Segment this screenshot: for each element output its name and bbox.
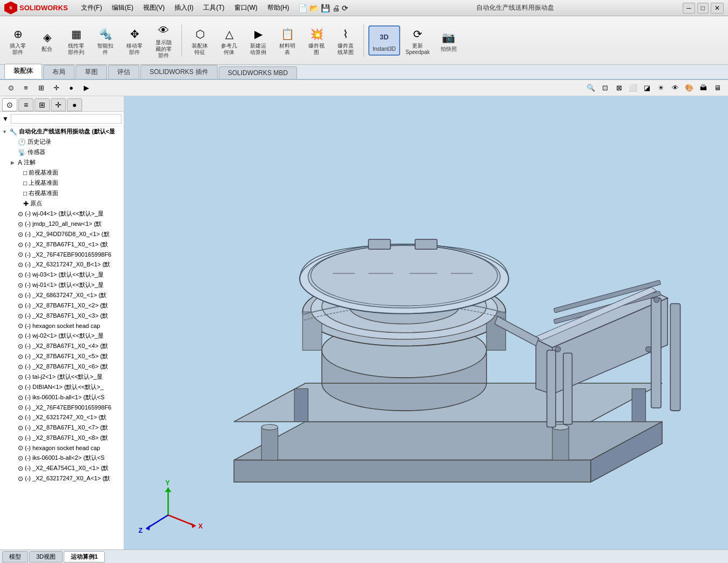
close-button[interactable]: ✕	[711, 3, 724, 14]
tree-wj01[interactable]: ⊙ (-) wj-01<1> (默认<<默认>_显	[0, 280, 124, 290]
lights-icon[interactable]: ☀	[655, 82, 668, 94]
bottom-tab-model[interactable]: 模型	[2, 551, 28, 562]
tree-wj02[interactable]: ⊙ (-) wj-02<1> (默认<<默认>_显	[0, 331, 124, 341]
open-icon[interactable]: 📂	[309, 4, 319, 12]
tree-iks-2[interactable]: ⊙ (-) iks-06001-b-all<2> (默认<S	[0, 453, 124, 463]
view-arrow-icon[interactable]: ▶	[80, 82, 93, 94]
panel-tab-feature[interactable]: ⊙	[2, 98, 17, 111]
insert-part-button[interactable]: ⊕ 插入零部件	[4, 23, 31, 58]
tree-x2-87ba-5[interactable]: ⊙ (-) _X2_87BA67F1_X0_<5> (默	[0, 351, 124, 361]
view-orient-icon[interactable]: ⊙	[4, 82, 17, 94]
menu-edit[interactable]: 编辑(E)	[107, 2, 138, 14]
new-motion-button[interactable]: ▶ 新建运动算例	[245, 23, 272, 58]
assembly-features-button[interactable]: ⬡ 装配体特征	[186, 23, 213, 58]
view-cross-icon[interactable]: ✛	[50, 82, 63, 94]
panel-tab-config[interactable]: ⊞	[35, 98, 50, 111]
tab-sw-mbd[interactable]: SOLIDWORKS MBD	[219, 66, 297, 79]
tree-sensors[interactable]: 📡 传感器	[0, 147, 124, 157]
menu-tools[interactable]: 工具(T)	[199, 2, 228, 14]
show-hidden-button[interactable]: 👁 显示隐藏的零部件	[150, 20, 177, 61]
explode-view-button[interactable]: 💥 爆炸视图	[303, 23, 330, 58]
tree-iks-1[interactable]: ⊙ (-) iks-06001-b-all<1> (默认<S	[0, 392, 124, 403]
tree-x2-87ba-8[interactable]: ⊙ (-) _X2_87BA67F1_X0_<8> (默	[0, 433, 124, 443]
filter-input[interactable]	[11, 114, 122, 124]
panel-tab-property[interactable]: ≡	[18, 98, 33, 111]
menu-file[interactable]: 文件(F)	[77, 2, 106, 14]
explode-line-button[interactable]: ⌇ 爆炸直线草图	[332, 23, 359, 58]
print-icon[interactable]: 🖨	[332, 4, 340, 12]
materials-button[interactable]: 📋 材料明表	[274, 23, 301, 58]
tree-right-plane[interactable]: □ 右视基准面	[0, 188, 124, 198]
tree-taij2[interactable]: ⊙ (-) tai-j2<1> (默认<<默认>_显	[0, 372, 124, 382]
bottom-tab-3dview[interactable]: 3D视图	[29, 551, 63, 562]
tab-evaluate[interactable]: 评估	[108, 65, 139, 79]
tree-jmdp120[interactable]: ⊙ (-) jmdp_120_all_new<1> (默	[0, 219, 124, 229]
insert-part-icon: ⊕	[9, 25, 26, 43]
tree-x2-4ea7[interactable]: ⊙ (-) _X2_4EA754C1_X0_<1> (默	[0, 463, 124, 473]
menu-bar[interactable]: 文件(F) 编辑(E) 视图(V) 插入(I) 工具(T) 窗口(W) 帮助(H…	[77, 2, 294, 14]
tree-x2-6321-b[interactable]: ⊙ (-) _X2_63217247_X0_B<1> (默	[0, 259, 124, 270]
tree-x2-6321-a[interactable]: ⊙ (-) _X2_63217247_X0_A<1> (默	[0, 473, 124, 484]
mate-button[interactable]: ◈ 配合	[33, 26, 60, 55]
tree-x2-87ba-6[interactable]: ⊙ (-) _X2_87BA67F1_X0_<6> (默	[0, 361, 124, 372]
reference-geometry-button[interactable]: △ 参考几何体	[215, 23, 242, 58]
zoom-fit-icon[interactable]: ⊡	[598, 82, 611, 94]
tree-dibian[interactable]: ⊙ (-) DIBIAN<1> (默认<<默认>_	[0, 382, 124, 392]
snapshot-button[interactable]: 📷 拍快照	[435, 26, 462, 55]
tree-root[interactable]: ▼ 🔧 自动化生产线送料用振动盘 (默认<显	[0, 126, 124, 137]
tab-assembly[interactable]: 装配体	[4, 64, 42, 79]
tree-x2-6863[interactable]: ⊙ (-) _X2_68637247_X0_<1> (默	[0, 290, 124, 300]
new-icon[interactable]: 📄	[298, 4, 307, 12]
tree-front-plane[interactable]: □ 前视基准面	[0, 167, 124, 178]
appearance-icon[interactable]: 🎨	[683, 82, 696, 94]
rebuild-icon[interactable]: ⟳	[342, 4, 348, 12]
tab-sketch[interactable]: 草图	[76, 65, 107, 79]
tree-x2-6321-2[interactable]: ⊙ (-) _X2_63217247_X0_<1> (默	[0, 412, 124, 423]
hide-show-icon[interactable]: 👁	[669, 82, 682, 94]
tree-hexagon-1[interactable]: ⊙ (-) hexagon socket head cap	[0, 321, 124, 331]
maximize-button[interactable]: □	[697, 3, 709, 14]
tree-history[interactable]: 🕐 历史记录	[0, 137, 124, 147]
display-style-icon[interactable]: ◪	[641, 82, 653, 94]
tree-x2-76f4-1[interactable]: ⊙ (-) _X2_76F47EBF900165998F6	[0, 250, 124, 259]
panel-tab-mate[interactable]: ✛	[51, 98, 66, 111]
menu-insert[interactable]: 插入(I)	[170, 2, 198, 14]
tree-x2-87ba-3[interactable]: ⊙ (-) _X2_87BA67F1_X0_<3> (默	[0, 311, 124, 321]
view-section-icon[interactable]: ⬜	[626, 82, 639, 94]
tree-x2-87ba-2[interactable]: ⊙ (-) _X2_87BA67F1_X0_<2> (默	[0, 300, 124, 311]
menu-view[interactable]: 视图(V)	[139, 2, 169, 14]
menu-help[interactable]: 帮助(H)	[263, 2, 294, 14]
menu-window[interactable]: 窗口(W)	[230, 2, 262, 14]
smart-fasteners-button[interactable]: 🔩 智能扣件	[92, 23, 119, 58]
panel-tab-appearance[interactable]: ●	[67, 98, 82, 111]
render-icon[interactable]: 🖥	[711, 82, 724, 94]
tree-wj04[interactable]: ⊙ (-) wj-04<1> (默认<<默认>_显	[0, 209, 124, 219]
tree-x2-87ba-4[interactable]: ⊙ (-) _X2_87BA67F1_X0_<4> (默	[0, 341, 124, 351]
update-speedpak-button[interactable]: ⟳ 更新Speedpak	[402, 23, 433, 58]
save-icon[interactable]: 💾	[321, 4, 330, 12]
zoom-icon[interactable]: 🔍	[584, 82, 597, 94]
linear-component-button[interactable]: ▦ 线性零部件列	[63, 23, 90, 58]
tree-annotations[interactable]: ▶ A 注解	[0, 157, 124, 167]
tree-x2-87ba-7[interactable]: ⊙ (-) _X2_87BA67F1_X0_<7> (默	[0, 423, 124, 433]
tab-sw-plugins[interactable]: SOLIDWORKS 插件	[140, 65, 218, 79]
move-component-button[interactable]: ✥ 移动零部件	[121, 23, 148, 58]
instant3d-button[interactable]: 3D Instant3D	[368, 25, 400, 56]
view-normal-icon[interactable]: ⊠	[612, 82, 625, 94]
tree-wj03[interactable]: ⊙ (-) wj-03<1> (默认<<默认>_显	[0, 270, 124, 280]
tree-top-plane[interactable]: □ 上视基准面	[0, 178, 124, 188]
view-grid-icon[interactable]: ⊞	[35, 82, 48, 94]
tree-x2-76f4-2[interactable]: ⊙ (-) _X2_76F47EBF900165998F6	[0, 403, 124, 412]
scene-icon[interactable]: 🏔	[697, 82, 710, 94]
tree-origin[interactable]: ✚ 原点	[0, 198, 124, 209]
view-pie-icon[interactable]: ●	[65, 82, 78, 94]
3d-viewport[interactable]: X Y Z	[124, 96, 728, 549]
view-list-icon[interactable]: ≡	[19, 82, 32, 94]
expand-root[interactable]: ▼	[2, 129, 8, 135]
tree-hexagon-2[interactable]: ⊙ (-) hexagon socket head cap	[0, 443, 124, 453]
tab-layout[interactable]: 布局	[43, 65, 75, 79]
minimize-button[interactable]: ─	[683, 3, 695, 14]
bottom-tab-motion1[interactable]: 运动算例1	[64, 551, 105, 562]
tree-x2-94dd[interactable]: ⊙ (-) _X2_94DD76D8_X0_<1> (默	[0, 229, 124, 239]
tree-x2-87ba-1[interactable]: ⊙ (-) _X2_87BA67F1_X0_<1> (默	[0, 239, 124, 250]
